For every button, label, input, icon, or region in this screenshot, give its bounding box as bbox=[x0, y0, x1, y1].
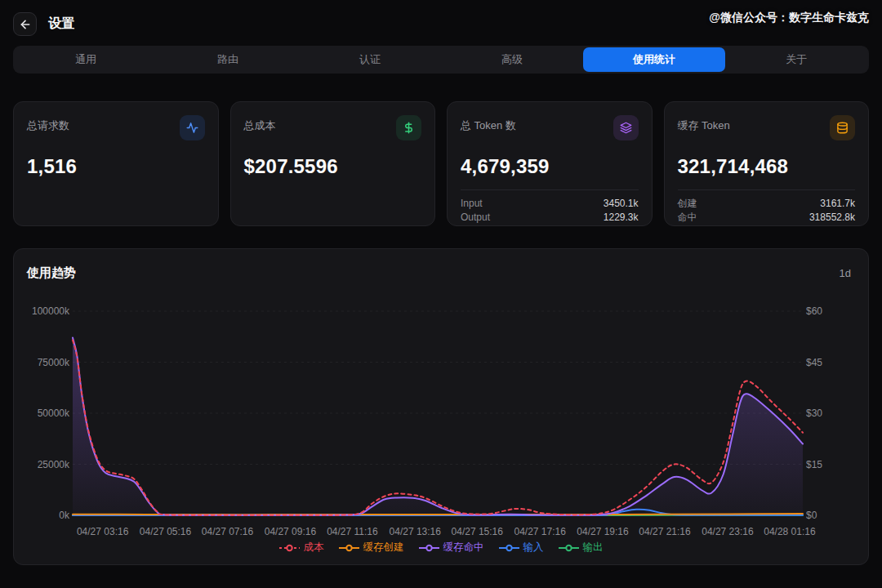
svg-text:$15: $15 bbox=[806, 459, 822, 470]
watermark-text: @微信公众号：数字生命卡兹克 bbox=[709, 11, 869, 25]
usage-trend-card: 使用趋势 1d 100000k$6075000k$4550000k$302500… bbox=[13, 248, 869, 565]
svg-text:25000k: 25000k bbox=[38, 459, 70, 470]
stat-subrow-hit: 命中 318552.8k bbox=[678, 211, 856, 225]
svg-text:04/27 07:16: 04/27 07:16 bbox=[202, 526, 254, 537]
svg-text:04/28 01:16: 04/28 01:16 bbox=[764, 526, 816, 537]
legend-label: 输入 bbox=[523, 541, 544, 555]
svg-text:04/27 11:16: 04/27 11:16 bbox=[327, 526, 378, 537]
svg-text:04/27 05:16: 04/27 05:16 bbox=[140, 526, 192, 537]
stat-cards: 总请求数 1,516 总成本 $207.5596 总 Token 数 bbox=[13, 101, 869, 226]
settings-page: 设置 @微信公众号：数字生命卡兹克 通用 路由 认证 高级 使用统计 关于 总请… bbox=[0, 0, 882, 588]
legend-item[interactable]: 成本 bbox=[279, 541, 324, 555]
legend-label: 缓存命中 bbox=[443, 541, 484, 555]
settings-tabbar: 通用 路由 认证 高级 使用统计 关于 bbox=[13, 46, 869, 74]
svg-text:04/27 19:16: 04/27 19:16 bbox=[577, 526, 629, 537]
legend-label: 成本 bbox=[304, 541, 324, 555]
back-button[interactable] bbox=[13, 12, 37, 36]
tab-advanced[interactable]: 高级 bbox=[441, 47, 583, 72]
stat-label: 总请求数 bbox=[27, 115, 69, 133]
stat-subrow-output: Output 1229.3k bbox=[461, 211, 639, 225]
svg-text:04/27 13:16: 04/27 13:16 bbox=[390, 526, 442, 537]
svg-text:50000k: 50000k bbox=[38, 408, 70, 419]
divider bbox=[461, 189, 639, 190]
svg-text:04/27 15:16: 04/27 15:16 bbox=[452, 526, 504, 537]
stat-value: $207.5596 bbox=[244, 155, 422, 178]
stat-label: 缓存 Token bbox=[678, 115, 730, 133]
subrow-value: 318552.8k bbox=[809, 211, 855, 225]
subrow-value: 3161.7k bbox=[820, 197, 855, 211]
tab-usage-stats[interactable]: 使用统计 bbox=[583, 47, 725, 72]
legend-line-icon bbox=[559, 544, 579, 552]
svg-text:0k: 0k bbox=[59, 510, 70, 521]
layers-icon bbox=[613, 115, 639, 140]
subrow-value: 3450.1k bbox=[604, 197, 639, 211]
subrow-value: 1229.3k bbox=[604, 211, 639, 225]
svg-text:$60: $60 bbox=[806, 305, 822, 317]
legend-line-icon bbox=[339, 544, 359, 552]
page-title: 设置 bbox=[48, 16, 75, 33]
legend-line-icon bbox=[419, 544, 439, 552]
legend-item[interactable]: 缓存创建 bbox=[339, 541, 404, 555]
svg-text:75000k: 75000k bbox=[38, 357, 70, 368]
svg-text:04/27 09:16: 04/27 09:16 bbox=[265, 526, 317, 537]
tab-about[interactable]: 关于 bbox=[725, 47, 867, 72]
svg-text:100000k: 100000k bbox=[32, 305, 70, 317]
legend-line-icon bbox=[279, 544, 300, 552]
stat-value: 1,516 bbox=[27, 155, 205, 178]
divider bbox=[678, 189, 856, 190]
tab-auth[interactable]: 认证 bbox=[299, 47, 441, 72]
stat-label: 总 Token 数 bbox=[461, 115, 516, 133]
database-icon bbox=[830, 115, 855, 140]
stat-subrow-create: 创建 3161.7k bbox=[678, 197, 856, 211]
chart-legend: 成本缓存创建缓存命中输入输出 bbox=[14, 541, 868, 555]
subrow-label: 命中 bbox=[678, 211, 697, 225]
legend-label: 输出 bbox=[583, 541, 604, 555]
svg-text:$30: $30 bbox=[806, 408, 822, 419]
stat-value: 321,714,468 bbox=[678, 155, 856, 178]
svg-text:04/27 17:16: 04/27 17:16 bbox=[514, 526, 566, 537]
usage-chart-svg: 100000k$6075000k$4550000k$3025000k$150k$… bbox=[14, 249, 870, 566]
stat-value: 4,679,359 bbox=[461, 155, 639, 178]
subrow-label: 创建 bbox=[678, 197, 697, 211]
stat-card-total-cost: 总成本 $207.5596 bbox=[230, 101, 436, 226]
tab-general[interactable]: 通用 bbox=[15, 47, 157, 72]
chart-range-selector[interactable]: 1d bbox=[840, 267, 851, 279]
svg-text:04/27 21:16: 04/27 21:16 bbox=[639, 526, 691, 537]
svg-text:$0: $0 bbox=[806, 510, 817, 521]
svg-text:$45: $45 bbox=[806, 357, 822, 368]
subrow-label: Input bbox=[461, 197, 483, 211]
legend-item[interactable]: 输入 bbox=[499, 541, 544, 555]
legend-item[interactable]: 输出 bbox=[559, 541, 604, 555]
stat-subrow-input: Input 3450.1k bbox=[461, 197, 639, 211]
stat-label: 总成本 bbox=[244, 115, 276, 133]
arrow-left-icon bbox=[19, 18, 32, 31]
svg-text:04/27 03:16: 04/27 03:16 bbox=[77, 526, 129, 537]
activity-icon bbox=[180, 115, 205, 140]
legend-line-icon bbox=[499, 544, 519, 552]
legend-item[interactable]: 缓存命中 bbox=[419, 541, 484, 555]
chart-title: 使用趋势 bbox=[27, 265, 76, 281]
stat-card-total-tokens: 总 Token 数 4,679,359 Input 3450.1k Output… bbox=[447, 101, 653, 226]
subrow-label: Output bbox=[461, 211, 490, 225]
svg-text:04/27 23:16: 04/27 23:16 bbox=[702, 526, 754, 537]
stat-card-total-requests: 总请求数 1,516 bbox=[13, 101, 219, 226]
stat-card-cache-tokens: 缓存 Token 321,714,468 创建 3161.7k 命中 31855… bbox=[664, 101, 870, 226]
legend-label: 缓存创建 bbox=[363, 541, 404, 555]
tab-routing[interactable]: 路由 bbox=[157, 47, 299, 72]
dollar-icon bbox=[396, 115, 421, 140]
